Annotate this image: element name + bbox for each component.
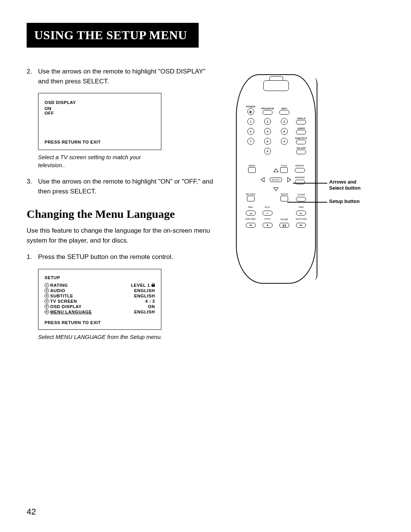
menu-button[interactable] xyxy=(248,167,256,173)
skip-fwd-button[interactable]: ⏭ xyxy=(296,223,306,228)
setup-row: 6MENU LANGUAGEENGLISH xyxy=(45,310,155,314)
pause-label: PAUSE xyxy=(278,218,291,220)
program-label: PROGRAM xyxy=(261,107,274,110)
onoff-label: ON-OFF xyxy=(295,147,307,149)
section-heading: Changing the Menu Language xyxy=(27,208,217,220)
step-text: Use the arrows on the remote to highligh… xyxy=(38,177,217,196)
digit-8-button[interactable]: 8 xyxy=(264,138,271,145)
marker-button[interactable] xyxy=(295,180,305,184)
skip-rev-button[interactable]: ⏮ xyxy=(246,223,256,228)
osd-display-screen: OSD DISPLAY ON OFF PRESS RETURN TO EXIT xyxy=(38,93,161,150)
audio-button[interactable] xyxy=(296,130,306,134)
repeat-button[interactable] xyxy=(295,168,305,173)
callout-line-2 xyxy=(287,202,327,203)
setup-row: 3SUBTITLEENGLISH xyxy=(45,294,155,298)
stop-label: STOP xyxy=(261,218,274,220)
digit-2-button[interactable]: 2 xyxy=(264,118,271,125)
remote-control-diagram: POWER ⏻ PROGRAM INFO xyxy=(236,74,316,284)
skip-fwd-label: SKIP FWD xyxy=(295,218,307,220)
osd-title: OSD DISPLAY xyxy=(45,100,155,105)
step-number: 1. xyxy=(27,252,38,262)
digit-1-button[interactable]: 1 xyxy=(247,118,254,125)
clear-button[interactable] xyxy=(296,197,306,201)
setup-row: 4TV SCREEN4 : 3 xyxy=(45,299,155,304)
step-number: 2. xyxy=(27,67,38,86)
power-button[interactable]: ⏻ xyxy=(247,108,254,115)
digit-4-button[interactable]: 4 xyxy=(247,128,254,135)
page-number: 42 xyxy=(27,507,36,517)
subtitle-label: SUBTITLE xyxy=(295,137,307,139)
audio-label: AUDIO xyxy=(295,127,307,129)
osd-footer: PRESS RETURN TO EXIT xyxy=(45,140,155,144)
play-button[interactable]: ▸ xyxy=(263,211,272,216)
arrow-right-button[interactable] xyxy=(287,177,291,182)
power-label: POWER xyxy=(244,105,257,108)
fwd-button[interactable]: ▸▸ xyxy=(296,211,306,216)
manual-page: USING THE SETUP MENU 2. Use the arrows o… xyxy=(0,0,411,532)
digit-7-button[interactable]: 7 xyxy=(247,138,254,145)
ir-window-icon xyxy=(263,80,289,91)
page-title-bar: USING THE SETUP MENU xyxy=(27,23,199,48)
digit-5-button[interactable]: 5 xyxy=(264,128,271,135)
arrow-left-button[interactable] xyxy=(261,177,264,182)
setup-button[interactable] xyxy=(280,196,288,201)
pause-button[interactable]: ❚❚ xyxy=(279,223,289,228)
left-column: 2. Use the arrows on the remote to highl… xyxy=(27,67,217,348)
digit-9-button[interactable]: 9 xyxy=(281,138,288,145)
osd-option-off: OFF xyxy=(45,111,155,115)
caption-setup: Select MENU LANGUAGE from the Setup menu… xyxy=(38,333,164,341)
arrow-pad: SELECT xyxy=(261,168,291,191)
rev-button[interactable]: ◂◂ xyxy=(246,211,256,216)
osd-option-on: ON xyxy=(45,106,155,111)
digit-0-button[interactable]: 0 xyxy=(264,148,271,155)
return-label: RETURN xyxy=(244,193,257,195)
step-text: Use the arrows on the remote to highligh… xyxy=(38,67,217,86)
lock-icon xyxy=(151,283,155,287)
return-button[interactable] xyxy=(247,196,255,201)
setup-label: SETUP xyxy=(278,193,291,195)
digit-6-button[interactable]: 6 xyxy=(281,128,288,135)
stop-button[interactable]: ■ xyxy=(263,223,272,228)
setup-row: 2AUDIOENGLISH xyxy=(45,288,155,293)
setup-menu-screen: SETUP 1RATINGLEVEL 12AUDIOENGLISH3SUBTIT… xyxy=(38,269,161,330)
play-label: PLAY xyxy=(261,206,274,208)
step-3: 3. Use the arrows on the remote to highl… xyxy=(27,177,217,196)
arrow-up-button[interactable] xyxy=(273,168,279,172)
angle-button[interactable] xyxy=(296,120,306,125)
onoff-button[interactable] xyxy=(296,150,306,154)
info-button[interactable] xyxy=(279,110,289,115)
right-column: POWER ⏻ PROGRAM INFO xyxy=(217,67,384,348)
setup-title: SETUP xyxy=(45,275,155,280)
program-button[interactable] xyxy=(263,110,272,115)
step-number: 3. xyxy=(27,177,38,196)
select-button[interactable]: SELECT xyxy=(270,177,282,182)
menu-label: MENU xyxy=(244,165,260,167)
subtitle-button[interactable] xyxy=(296,140,306,144)
clear-label: CLEAR xyxy=(295,193,307,196)
setup-row: 1RATINGLEVEL 1 xyxy=(45,283,155,288)
step-2: 2. Use the arrows on the remote to highl… xyxy=(27,67,217,86)
section-intro: Use this feature to change the language … xyxy=(27,226,217,245)
step-1b: 1. Press the SETUP button on the remote … xyxy=(27,252,217,262)
step-text: Press the SETUP button on the remote con… xyxy=(38,252,173,262)
info-label: INFO xyxy=(278,107,291,110)
marker-label: MARKER xyxy=(292,176,307,179)
caption-osd: Select a TV screen setting to match your… xyxy=(38,153,164,169)
digit-3-button[interactable]: 3 xyxy=(281,118,288,125)
setup-row: 5OSD DISPLAYON xyxy=(45,304,155,309)
angle-label: ANGLE xyxy=(295,117,307,120)
fwd-label: FWD xyxy=(295,206,307,208)
rev-label: REV xyxy=(244,206,257,208)
callout-setup: Setup button xyxy=(329,198,371,204)
skip-rev-label: SKIP REV xyxy=(244,218,257,220)
title-label: TITLE xyxy=(276,165,292,167)
arrow-down-button[interactable] xyxy=(273,187,279,191)
setup-footer: PRESS RETURN TO EXIT xyxy=(45,320,155,325)
repeat-label: REPEAT xyxy=(292,165,307,167)
callout-arrows-select: Arrows and Select button xyxy=(329,179,371,192)
callout-line-1 xyxy=(293,183,327,184)
